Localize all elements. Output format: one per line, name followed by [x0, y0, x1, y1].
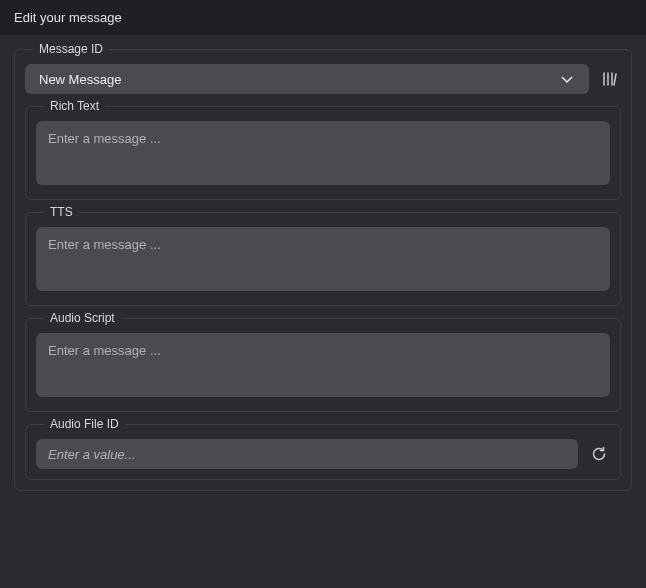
svg-line-3: [614, 74, 616, 85]
tts-group: TTS: [25, 212, 621, 306]
audio-script-legend: Audio Script: [44, 311, 121, 325]
tts-legend: TTS: [44, 205, 79, 219]
tts-input[interactable]: [36, 227, 610, 291]
audio-file-id-group: Audio File ID: [25, 424, 621, 480]
chevron-down-icon: [559, 71, 575, 87]
audio-script-input[interactable]: [36, 333, 610, 397]
message-id-selected-value: New Message: [39, 72, 121, 87]
audio-file-id-row: [36, 439, 610, 469]
audio-file-id-legend: Audio File ID: [44, 417, 125, 431]
panel-title: Edit your message: [14, 10, 122, 25]
audio-script-group: Audio Script: [25, 318, 621, 412]
message-id-row: New Message: [25, 64, 621, 94]
audio-file-id-input[interactable]: [36, 439, 578, 469]
message-id-legend: Message ID: [33, 42, 109, 56]
refresh-icon[interactable]: [588, 443, 610, 465]
rich-text-group: Rich Text: [25, 106, 621, 200]
panel-content: Message ID New Message Rich Text: [0, 35, 646, 491]
library-icon[interactable]: [599, 68, 621, 90]
message-id-group: Message ID New Message Rich Text: [14, 49, 632, 491]
panel-header: Edit your message: [0, 0, 646, 35]
rich-text-legend: Rich Text: [44, 99, 105, 113]
rich-text-input[interactable]: [36, 121, 610, 185]
message-id-select[interactable]: New Message: [25, 64, 589, 94]
